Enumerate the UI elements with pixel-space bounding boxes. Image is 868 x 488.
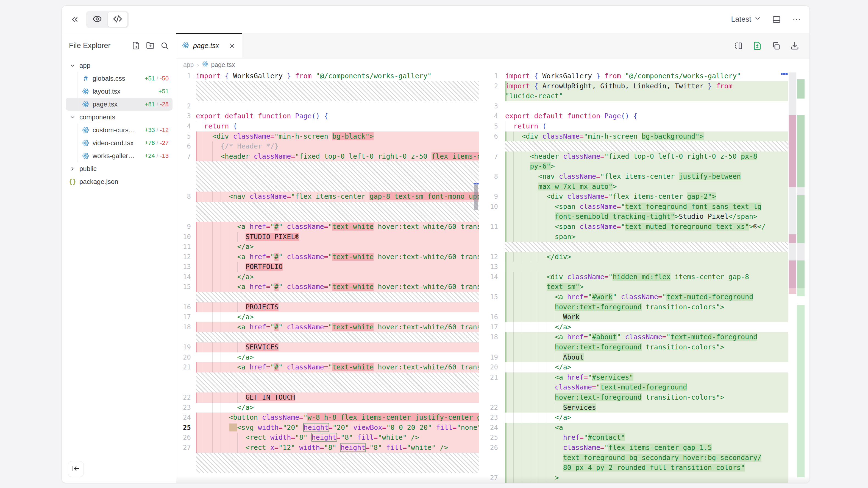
code-line[interactable]: span> <box>479 232 788 242</box>
download-button[interactable] <box>790 41 799 50</box>
code-line[interactable]: 12 <a href="#" className="text-white hov… <box>176 252 479 262</box>
collapsed-region[interactable] <box>176 161 479 192</box>
code-line[interactable]: className="text-muted-foreground <box>479 382 788 392</box>
code-line[interactable]: 18 <a href="#about" className="text-mute… <box>479 332 788 342</box>
new-folder-button[interactable] <box>146 41 154 50</box>
code-line[interactable]: 13 PORTFOLIO <box>176 262 479 272</box>
code-line[interactable]: 11 </a> <box>176 242 479 252</box>
tree-item-layout.tsx[interactable]: layout.tsx+51 <box>66 85 173 98</box>
split-view-button[interactable] <box>734 41 743 50</box>
preview-toggle-button[interactable] <box>87 12 107 27</box>
code-line[interactable]: 13 <box>479 262 788 272</box>
breadcrumb-root[interactable]: app <box>183 61 194 69</box>
code-line[interactable]: 22 GET IN TOUCH <box>176 392 479 403</box>
code-line[interactable]: 15 <a href="#work" className="text-muted… <box>479 292 788 302</box>
version-select[interactable]: Latest <box>731 15 761 24</box>
collapsed-region[interactable] <box>176 292 479 302</box>
code-line[interactable]: 24 <button className="w-8 h-8 flex items… <box>176 413 479 423</box>
code-line[interactable]: 26 className="flex items-center gap-1.5 <box>479 443 788 453</box>
code-line[interactable]: 16 Work <box>479 312 788 322</box>
code-line[interactable]: 14 </a> <box>176 272 479 282</box>
new-file-button[interactable] <box>132 41 140 50</box>
code-line[interactable]: 4 return ( <box>176 121 479 131</box>
tree-item-public[interactable]: public <box>66 162 173 175</box>
breadcrumb-file[interactable]: page.tsx <box>211 61 235 69</box>
code-line[interactable]: py-6"> <box>479 161 788 171</box>
code-line[interactable]: 5 return ( <box>479 121 788 131</box>
code-line[interactable]: hover:text-foreground transition-colors"… <box>479 342 788 352</box>
code-line[interactable]: 1import { WorksGallery } from "@/compone… <box>479 71 788 81</box>
code-line[interactable]: 17 </a> <box>176 312 479 322</box>
collapse-sidebar-button[interactable] <box>68 461 84 477</box>
collapsed-region[interactable] <box>176 81 479 101</box>
code-line[interactable]: font-semibold tracking-tight">Studio Pix… <box>479 212 788 222</box>
collapsed-region[interactable] <box>479 242 788 252</box>
collapse-panel-button[interactable] <box>70 15 80 24</box>
code-line[interactable]: 2import { ArrowUpRight, Github, Linkedin… <box>479 81 788 91</box>
code-line[interactable]: 25 <svg width="20" height="20" viewBox="… <box>176 423 479 433</box>
more-options-button[interactable] <box>792 15 801 24</box>
code-line[interactable]: max-w-7xl mx-auto"> <box>479 182 788 192</box>
code-line[interactable]: 11 <span className="text-muted-foregroun… <box>479 222 788 232</box>
tab-close-icon[interactable] <box>228 42 236 50</box>
collapsed-region[interactable] <box>176 332 479 342</box>
code-line[interactable]: 80 px-4 py-2 rounded-full transition-col… <box>479 463 788 473</box>
code-line[interactable]: hover:text-foreground transition-colors"… <box>479 392 788 403</box>
collapsed-region[interactable] <box>176 372 479 392</box>
code-line[interactable]: 26 <rect width="8" height="8" fill="whit… <box>176 432 479 443</box>
code-line[interactable]: 9 <a href="#" className="text-white hove… <box>176 222 479 232</box>
code-line[interactable]: text-foreground bg-secondary hover:bg-se… <box>479 453 788 463</box>
tree-item-works-galler-[interactable]: works-galler…+24 / -13 <box>66 149 173 162</box>
code-line[interactable]: 5 <div className="min-h-screen bg-black"… <box>176 131 479 142</box>
tab-page-tsx[interactable]: page.tsx <box>176 33 242 58</box>
search-button[interactable] <box>160 41 169 50</box>
code-line[interactable]: 3 <box>479 101 788 111</box>
code-line[interactable]: 3export default function Page() { <box>176 111 479 121</box>
code-line[interactable]: 8 <nav className="flex items-center just… <box>479 171 788 182</box>
code-line[interactable]: 16 PROJECTS <box>176 302 479 312</box>
code-line[interactable]: 15 <a href="#" className="text-white hov… <box>176 282 479 292</box>
code-line[interactable]: 6 <div className="min-h-screen bg-backgr… <box>479 131 788 142</box>
tree-item-globals.css[interactable]: #globals.css+51 / -50 <box>66 72 173 85</box>
code-line[interactable]: 23 </a> <box>176 403 479 413</box>
code-line[interactable]: text-sm"> <box>479 282 788 292</box>
code-line[interactable]: 12 </div> <box>479 252 788 262</box>
code-line[interactable]: 8 <nav className="flex items-center gap-… <box>176 192 479 202</box>
collapsed-region[interactable] <box>176 453 479 473</box>
code-line[interactable]: 27 <rect x="12" width="8" height="8" fil… <box>176 443 479 453</box>
tree-item-package.json[interactable]: {}package.json <box>66 175 173 188</box>
tree-item-custom-curs-[interactable]: custom-curs…+33 / -12 <box>66 124 173 136</box>
code-line[interactable]: 7 <header className="fixed top-0 left-0 … <box>479 152 788 162</box>
code-line[interactable]: 7 <header className="fixed top-0 left-0 … <box>176 152 479 162</box>
collapsed-region[interactable] <box>176 202 479 222</box>
left-scrollbar-thumb[interactable] <box>474 184 478 210</box>
code-toggle-button[interactable] <box>107 12 128 27</box>
code-line[interactable]: 9 <div className="flex items-center gap-… <box>479 192 788 202</box>
code-line[interactable]: 25 href="#contact" <box>479 432 788 443</box>
horizontal-scrollbar[interactable] <box>176 476 809 483</box>
diff-overview-ruler[interactable] <box>788 71 809 483</box>
code-line[interactable]: 2 <box>176 101 479 111</box>
panel-bottom-button[interactable] <box>772 15 781 24</box>
code-line[interactable]: 10 STUDIO PIXEL® <box>176 232 479 242</box>
tree-item-page.tsx[interactable]: page.tsx+81 / -28 <box>66 98 173 110</box>
code-line[interactable]: 23 </a> <box>479 413 788 423</box>
code-line[interactable]: 19 SERVICES <box>176 342 479 352</box>
code-line[interactable]: 17 </a> <box>479 322 788 332</box>
code-line[interactable]: 10 <span className="text-foreground font… <box>479 202 788 212</box>
code-line[interactable]: 21 <a href="#services" <box>479 372 788 383</box>
code-line[interactable]: 20 </a> <box>176 352 479 363</box>
code-line[interactable]: 20 </a> <box>479 362 788 372</box>
tree-item-video-card.tsx[interactable]: video-card.tsx+76 / -27 <box>66 136 173 149</box>
code-line[interactable]: 6 {/* Header */} <box>176 141 479 152</box>
collapsed-region[interactable] <box>479 141 788 152</box>
code-line[interactable]: 14 <div className="hidden md:flex items-… <box>479 272 788 282</box>
diff-view-button[interactable] <box>753 41 762 50</box>
code-line[interactable]: 24 <a <box>479 423 788 433</box>
code-line[interactable]: 18 <a href="#" className="text-white hov… <box>176 322 479 332</box>
tree-item-app[interactable]: app <box>66 59 173 72</box>
code-line[interactable]: "lucide-react" <box>479 91 788 101</box>
code-line[interactable]: 19 About <box>479 352 788 363</box>
code-line[interactable]: 4export default function Page() { <box>479 111 788 121</box>
code-line[interactable]: 1import { WorksGallery } from "@/compone… <box>176 71 479 81</box>
